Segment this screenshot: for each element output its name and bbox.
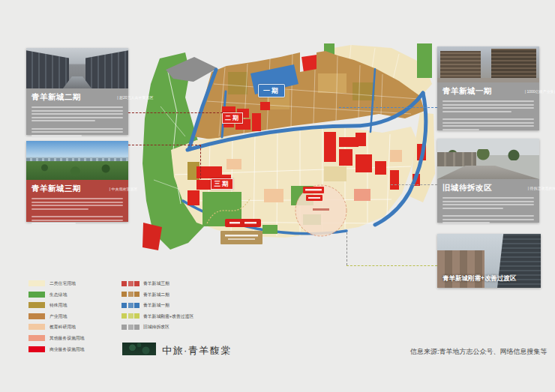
- card-phase3-bodytext: [32, 198, 123, 224]
- connector-transition-drop: [346, 232, 347, 265]
- legend-label: 特殊用地: [50, 302, 67, 308]
- photo-phase3: [26, 141, 128, 180]
- legend-item: 商业服务设施用地: [28, 346, 110, 352]
- card-phase1-subtitle: | 1000亿级产业集群: [525, 89, 555, 94]
- connector-transition: [346, 265, 437, 266]
- southwest-red-parcel: [142, 223, 162, 250]
- legend-swatch: [28, 335, 45, 341]
- banner-label: [225, 219, 261, 227]
- poster: { "cards": { "left": [ { "title": "青羊新城二…: [0, 0, 555, 392]
- card-phase1-bodytext: [442, 100, 534, 130]
- card-phase1: 青羊新城一期 | 1000亿级产业集群: [437, 46, 539, 130]
- brand-logo-image: [122, 343, 156, 355]
- legend-label: 旧城待拆改区: [143, 324, 170, 330]
- photo-phase1: [437, 46, 539, 82]
- legend-swatch-dashed: [122, 313, 140, 319]
- card-phase3-subtitle: | 中央低密宜居区: [110, 187, 138, 192]
- legend-swatch: [28, 280, 45, 286]
- map-badge-phase1: 一期: [258, 84, 285, 97]
- legend-phases: 青羊新城三期 青羊新城二期 青羊新城一期 青羊新城刚需+改善过渡区 旧城待拆改区: [122, 280, 230, 335]
- card-phase2-subtitle: | 超20万人高密聚居区: [117, 95, 153, 100]
- map-badge-phase3: 三期: [211, 178, 233, 190]
- legend-label: 其他服务设施用地: [50, 335, 84, 341]
- photo-oldtown: [437, 139, 539, 179]
- legend-swatch-dashed: [122, 325, 140, 330]
- legend-swatch: [28, 292, 45, 298]
- map-badge-phase2: 二期: [222, 112, 243, 124]
- land-use-map: [131, 39, 439, 255]
- card-transition: 青羊新城刚需+改善过渡区: [437, 234, 541, 288]
- connector-phase2: [128, 112, 223, 113]
- card-phase3-title: 青羊新城三期: [32, 184, 81, 194]
- legend-item: 其他服务设施用地: [28, 335, 110, 341]
- legend-item: 旧城待拆改区: [122, 324, 230, 330]
- legend-label: 二类住宅用地: [50, 280, 76, 286]
- legend-label: 青羊新城三期: [143, 280, 170, 286]
- card-oldtown-subtitle: | 待拆迁改造的城中村: [528, 186, 555, 191]
- legend-swatch: [28, 313, 45, 319]
- connector-oldtown: [391, 184, 437, 185]
- legend-item: 特殊用地: [28, 302, 110, 308]
- legend-swatch: [28, 346, 45, 352]
- legend-label: 生态绿地: [50, 292, 67, 298]
- legend-label: 青羊新城一期: [143, 302, 170, 308]
- legend-item: 二类住宅用地: [28, 280, 110, 286]
- legend-label: 产业用地: [50, 313, 67, 319]
- card-oldtown-bodytext: [442, 197, 534, 223]
- card-phase2: 青羊新城二期 | 超20万人高密聚居区: [26, 48, 128, 135]
- legend-label: 青羊新城刚需+改善过渡区: [143, 313, 194, 319]
- legend-item: 产业用地: [28, 313, 110, 319]
- legend-label: 教育科研用地: [50, 324, 76, 330]
- legend-item: 生态绿地: [28, 292, 110, 298]
- legend-label: 青羊新城二期: [143, 292, 170, 298]
- card-phase2-bodytext: [32, 106, 123, 136]
- industry-center-box: [220, 231, 262, 244]
- legend-item: 青羊新城二期: [122, 292, 230, 298]
- legend-item: 青羊新城刚需+改善过渡区: [122, 313, 230, 319]
- card-phase2-title: 青羊新城二期: [32, 92, 81, 103]
- photo-transition: 青羊新城刚需+改善过渡区: [437, 234, 541, 288]
- legend-item: 青羊新城一期: [122, 302, 230, 308]
- legend-item: 青羊新城三期: [122, 280, 230, 286]
- card-phase3: 青羊新城三期 | 中央低密宜居区: [26, 141, 128, 222]
- legend-land-use: 二类住宅用地 生态绿地 特殊用地 产业用地 教育科研用地 其他服务设施用地 商业…: [28, 280, 110, 357]
- legend-swatch: [28, 302, 45, 308]
- source-note: 信息来源:青羊地方志公众号、网络信息搜集等: [410, 347, 548, 357]
- card-oldtown-title: 旧城待拆改区: [442, 183, 492, 193]
- card-transition-title: 青羊新城刚需+改善过渡区: [442, 274, 516, 283]
- legend-label: 商业服务设施用地: [50, 346, 84, 352]
- legend-item: 教育科研用地: [28, 324, 110, 330]
- legend-swatch-dashed: [122, 281, 140, 286]
- brand-logo-text: 中旅·青羊馥棠: [162, 344, 232, 358]
- photo-phase2: [26, 48, 128, 88]
- connector-phase3: [128, 145, 201, 145]
- card-oldtown: 旧城待拆改区 | 待拆迁改造的城中村: [437, 139, 539, 223]
- connector-phase1: [339, 107, 437, 108]
- connector-phase3-drop: [200, 145, 201, 179]
- legend-swatch-dashed: [122, 303, 140, 308]
- card-phase1-title: 青羊新城一期: [442, 86, 492, 97]
- legend-swatch-dashed: [122, 292, 140, 297]
- legend-swatch: [28, 324, 45, 330]
